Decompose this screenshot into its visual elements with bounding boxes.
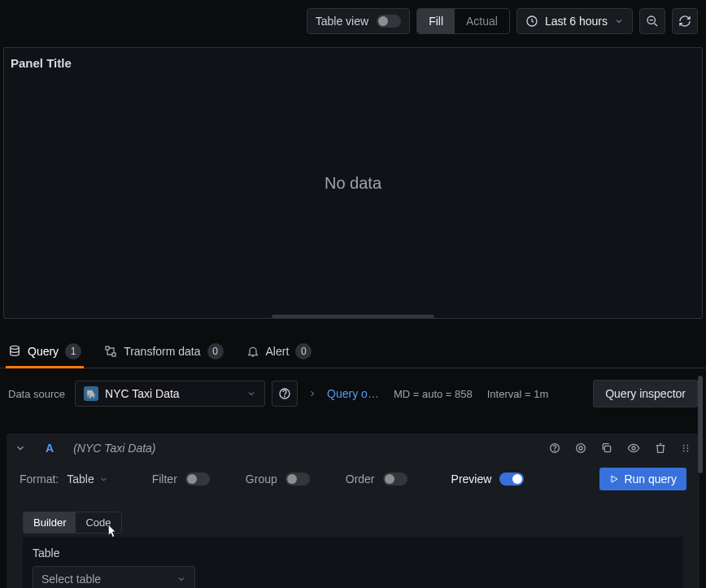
preview-option: Preview: [451, 473, 525, 486]
tab-query-count: 1: [65, 343, 81, 359]
actual-option[interactable]: Actual: [455, 9, 509, 33]
filter-option: Filter: [152, 473, 210, 486]
chevron-right-icon[interactable]: [304, 389, 320, 399]
query-ds-name: (NYC Taxi Data): [73, 442, 155, 455]
panel-title: Panel Title: [4, 48, 702, 78]
datasource-selected: NYC Taxi Data: [105, 387, 180, 400]
time-range-picker[interactable]: Last 6 hours: [516, 8, 633, 34]
question-icon: [548, 442, 561, 455]
svg-point-14: [686, 445, 688, 446]
editor-tabs: Query 1 Transform data 0 Alert 0: [0, 333, 706, 368]
order-option: Order: [346, 473, 407, 486]
svg-point-13: [683, 445, 685, 446]
fit-mode-segment: Fill Actual: [416, 8, 510, 34]
eye-icon: [626, 442, 641, 455]
trash-icon: [654, 442, 667, 455]
tab-query-label: Query: [28, 345, 59, 358]
tab-query[interactable]: Query 1: [8, 343, 81, 368]
query-options-link[interactable]: Query o…: [327, 387, 379, 400]
table-select[interactable]: Select table: [33, 566, 195, 588]
query-editor: A (NYC Taxi Data) Format: Table Filter G…: [7, 433, 699, 588]
svg-point-2: [11, 346, 20, 349]
svg-point-6: [285, 396, 285, 397]
svg-point-16: [686, 447, 688, 449]
clock-icon: [525, 15, 538, 28]
svg-point-15: [683, 447, 685, 449]
query-status-button[interactable]: [574, 442, 587, 455]
target-icon: [574, 442, 587, 455]
delete-query-button[interactable]: [654, 442, 667, 455]
chevron-down-icon: [246, 389, 256, 399]
database-icon: [8, 345, 21, 358]
tab-transform-count: 0: [207, 343, 224, 359]
refresh-icon: [678, 15, 691, 28]
builder-mode-button[interactable]: Builder: [24, 512, 76, 533]
svg-point-18: [686, 451, 688, 452]
query-header: A (NYC Taxi Data): [7, 433, 699, 463]
tab-transform[interactable]: Transform data 0: [104, 343, 223, 368]
datasource-help-button[interactable]: [272, 381, 298, 407]
svg-point-8: [555, 451, 556, 451]
svg-rect-11: [604, 446, 610, 451]
interval-info: Interval = 1m: [487, 388, 549, 400]
order-label: Order: [346, 473, 375, 486]
copy-icon: [600, 442, 613, 455]
grip-icon: [680, 442, 691, 455]
chevron-down-icon[interactable]: [15, 442, 26, 454]
table-field-label: Table: [33, 547, 673, 560]
chevron-down-icon: [176, 574, 186, 584]
md-info: MD = auto = 858: [394, 388, 473, 400]
filter-label: Filter: [152, 473, 177, 486]
query-ref-id[interactable]: A: [37, 442, 62, 455]
svg-point-12: [632, 446, 635, 450]
fill-option[interactable]: Fill: [417, 9, 455, 33]
preview-label: Preview: [451, 473, 492, 486]
format-label: Format:: [20, 473, 59, 486]
table-view-toggle[interactable]: [377, 15, 401, 28]
question-icon: [278, 387, 291, 400]
group-label: Group: [246, 473, 277, 486]
toggle-visibility-button[interactable]: [626, 442, 641, 455]
svg-point-17: [683, 451, 685, 452]
run-query-button[interactable]: Run query: [599, 468, 686, 490]
svg-point-10: [579, 446, 582, 450]
panel-resize-handle[interactable]: [272, 315, 434, 318]
play-icon: [609, 474, 619, 484]
query-options-row: Format: Table Filter Group Order Preview…: [7, 463, 699, 495]
builder-area: Table Select table: [23, 537, 683, 588]
time-range-label: Last 6 hours: [545, 15, 608, 28]
transform-icon: [104, 345, 117, 358]
editor-mode-segment: Builder Code: [23, 512, 122, 534]
preview-toggle[interactable]: [499, 473, 524, 486]
top-toolbar: Table view Fill Actual Last 6 hours: [0, 0, 706, 42]
visualization-panel: Panel Title No data: [3, 47, 703, 319]
duplicate-query-button[interactable]: [600, 442, 613, 455]
order-toggle[interactable]: [383, 473, 407, 486]
table-view-toggle-group: Table view: [307, 8, 410, 34]
table-select-placeholder: Select table: [41, 573, 101, 586]
query-inspector-button[interactable]: Query inspector: [593, 380, 698, 407]
drag-handle[interactable]: [680, 442, 691, 455]
group-option: Group: [246, 473, 310, 486]
zoom-out-button[interactable]: [639, 8, 665, 34]
filter-toggle[interactable]: [185, 473, 210, 486]
panel-empty-state: No data: [325, 174, 381, 193]
group-toggle[interactable]: [285, 473, 310, 486]
refresh-button[interactable]: [672, 8, 698, 34]
table-view-label: Table view: [316, 15, 368, 28]
chevron-down-icon: [99, 475, 108, 484]
query-help-button[interactable]: [548, 442, 561, 455]
chevron-down-icon: [614, 16, 624, 26]
datasource-row: Data source 🐘 NYC Taxi Data Query o… MD …: [0, 372, 706, 416]
postgres-icon: 🐘: [84, 386, 98, 401]
bell-icon: [246, 345, 259, 358]
tab-transform-label: Transform data: [124, 345, 200, 358]
tab-alert[interactable]: Alert 0: [246, 343, 312, 368]
tab-alert-count: 0: [295, 343, 312, 359]
query-actions: [548, 442, 691, 455]
datasource-picker[interactable]: 🐘 NYC Taxi Data: [75, 381, 265, 407]
tab-alert-label: Alert: [266, 345, 290, 358]
code-mode-button[interactable]: Code: [76, 512, 120, 533]
scrollbar[interactable]: [698, 376, 703, 473]
format-select[interactable]: Table: [67, 473, 107, 486]
